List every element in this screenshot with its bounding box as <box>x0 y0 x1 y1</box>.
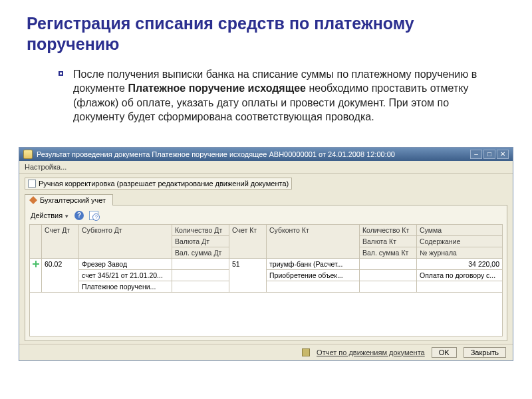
cell-journal <box>417 281 503 292</box>
posting-icon <box>33 261 39 267</box>
table-header-row-1: Счет Дт Субконто Дт Количество Дт Счет К… <box>30 224 503 235</box>
close-window-button[interactable]: Закрыть <box>464 347 506 358</box>
cell-valsum-dt <box>172 281 229 292</box>
minimize-button[interactable]: – <box>470 150 482 159</box>
col-valsum-dt: Вал. сумма Дт <box>172 247 229 258</box>
table-row[interactable]: 60.02 Фрезер Завод 51 триумф-банк (Расче… <box>30 258 503 269</box>
window-footer: Отчет по движениям документа OK Закрыть <box>19 344 513 360</box>
tab-label: Бухгалтерский учет <box>40 196 106 204</box>
cell-account-kt: 51 <box>229 258 267 292</box>
col-qty-dt: Количество Дт <box>172 224 229 235</box>
slide-heading: Регистрация списания средств по платежно… <box>27 13 505 55</box>
close-button[interactable]: ✕ <box>497 150 509 159</box>
col-subconto-dt: Субконто Дт <box>79 224 172 258</box>
cell-subconto-dt-1: Фрезер Завод <box>79 258 172 269</box>
col-currency-kt: Валюта Кт <box>360 235 417 247</box>
col-sum: Сумма <box>417 224 503 235</box>
col-content: Содержание <box>417 235 503 247</box>
printer-icon <box>302 348 310 356</box>
app-window: Результат проведения документа Платежное… <box>19 147 513 361</box>
col-account-kt: Счет Кт <box>229 224 267 258</box>
document-icon <box>23 150 33 159</box>
tab-icon <box>29 196 37 204</box>
manual-correction-label: Ручная корректировка (разрешает редактир… <box>39 180 289 188</box>
cell-subconto-dt-2: счет 345/21 от 21.01.20... <box>79 269 172 281</box>
col-valsum-kt: Вал. сумма Кт <box>360 247 417 258</box>
cell-sum: 34 220,00 <box>417 258 503 269</box>
cell-content: Оплата по договору с... <box>417 269 503 281</box>
help-icon[interactable]: ? <box>74 211 84 220</box>
table-row: счет 345/21 от 21.01.20... Приобретение … <box>30 269 503 281</box>
body-bold: Платежное поручение исходящее <box>128 82 306 94</box>
manual-correction-row[interactable]: Ручная корректировка (разрешает редактир… <box>25 178 292 190</box>
slide-body: После получения выписки банка на списани… <box>73 67 492 124</box>
cell-currency-kt <box>360 269 417 281</box>
cell-qty-kt <box>360 258 417 269</box>
table-row: Платежное поручени... <box>30 281 503 292</box>
actions-menu[interactable]: Действия▼ <box>31 211 69 219</box>
cell-currency-dt <box>172 269 229 281</box>
col-qty-kt: Количество Кт <box>360 224 417 235</box>
tab-body: Действия▼ ? Счет Дт Субконто Дт Количест… <box>25 205 507 341</box>
cell-subconto-kt-3 <box>267 281 360 292</box>
col-account-dt: Счет Дт <box>42 224 79 258</box>
manual-correction-checkbox[interactable] <box>28 180 36 188</box>
cell-subconto-dt-3: Платежное поручени... <box>79 281 172 292</box>
menu-settings[interactable]: Настройка... <box>25 163 66 171</box>
cell-subconto-kt-1: триумф-банк (Расчет... <box>267 258 360 269</box>
col-journal: № журнала <box>417 247 503 258</box>
ok-button[interactable]: OK <box>432 347 457 358</box>
window-title: Результат проведения документа Платежное… <box>37 150 470 158</box>
col-subconto-kt: Субконто Кт <box>267 224 360 258</box>
maximize-button[interactable]: □ <box>483 150 495 159</box>
tab-accounting[interactable]: Бухгалтерский учет <box>25 194 113 205</box>
sheet-help-icon[interactable] <box>89 211 98 220</box>
report-link[interactable]: Отчет по движениям документа <box>317 348 425 356</box>
cell-valsum-kt <box>360 281 417 292</box>
bullet-icon <box>59 71 63 76</box>
col-icon <box>30 224 42 258</box>
postings-table: Счет Дт Субконто Дт Количество Дт Счет К… <box>29 224 503 293</box>
cell-account-dt: 60.02 <box>42 258 79 292</box>
cell-subconto-kt-2: Приобретение объек... <box>267 269 360 281</box>
titlebar: Результат проведения документа Платежное… <box>19 148 513 161</box>
table-whitespace <box>29 293 503 336</box>
col-currency-dt: Валюта Дт <box>172 235 229 247</box>
chevron-down-icon: ▼ <box>64 213 69 219</box>
menubar: Настройка... <box>19 161 513 174</box>
cell-qty-dt <box>172 258 229 269</box>
